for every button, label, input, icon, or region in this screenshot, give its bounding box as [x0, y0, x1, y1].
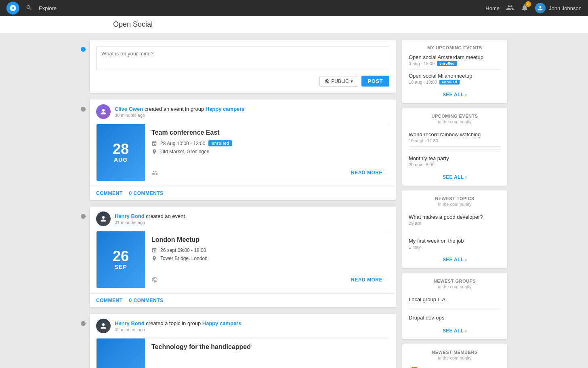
visibility-selector[interactable]: PUBLIC ▾ [319, 76, 358, 87]
read-more-link-1[interactable]: READ MORE [351, 170, 382, 176]
group-2-name[interactable]: Drupal dev-ops [409, 315, 501, 321]
feed-action-line-1: Clive Owen created an event in group Hap… [115, 106, 389, 112]
event-location-2: Tower Bridge, London [151, 256, 382, 261]
topic-2-meta: 1 may [409, 245, 501, 250]
feed-action-line-2: Henry Bond created an event [115, 213, 389, 219]
feed-card-header-1: Clive Owen created an event in group Hap… [90, 99, 396, 124]
feed-action-line-3: Henry Bond created a topic in group Happ… [115, 320, 389, 326]
event-image-2: 26 SEP [97, 231, 145, 288]
community-event-1-name[interactable]: World record rainbow watching [409, 131, 501, 137]
my-event-1-name[interactable]: Open social Amsterdam meetup [409, 54, 501, 60]
feed-column: PUBLIC ▾ POST [81, 40, 396, 368]
post-box: PUBLIC ▾ POST [90, 40, 396, 93]
author-avatar-1[interactable] [96, 104, 111, 119]
event-date-range-1: 28 Aug 10:00 - 12:00 enrolled [151, 140, 382, 146]
author-link-2[interactable]: Henry Bond [115, 213, 145, 219]
sidebar-newest-members: NEWEST MEMBERS in the community JJ Jimmy… [402, 344, 507, 368]
newest-members-subtitle: in the community [409, 355, 501, 360]
member-1: JJ Jimmy Jameson [409, 364, 501, 368]
newest-groups-subtitle: in the community [409, 284, 501, 289]
event-block-3: Technology for the handicapped [96, 338, 389, 368]
feed-card-header-2: Henry Bond created an event 31 minutes a… [90, 207, 396, 231]
sidebar-column: MY UPCOMING EVENTS Open social Amsterdam… [402, 40, 507, 368]
enrolled-badge-1: enrolled [208, 140, 232, 146]
upcoming-events-subtitle: in the community [409, 119, 501, 124]
dropdown-chevron: ▾ [351, 78, 353, 84]
group-link-1[interactable]: Happy campers [206, 106, 245, 112]
topic-1: What makes a good developer? 29 apr [409, 211, 501, 229]
my-event-2-badge: enrolled [439, 80, 459, 85]
user-menu[interactable]: John Johnson [535, 3, 582, 13]
feed-card-header-3: Henry Bond created a topic in group Happ… [90, 314, 396, 338]
community-event-2-meta: 29 nov · 8:00 [409, 162, 501, 167]
newest-topics-subtitle: in the community [409, 202, 501, 207]
user-avatar [535, 3, 546, 13]
read-more-link-2[interactable]: READ MORE [351, 277, 382, 283]
feed-card-meta-3: Henry Bond created a topic in group Happ… [115, 320, 389, 332]
sidebar-my-upcoming-events: MY UPCOMING EVENTS Open social Amsterdam… [402, 40, 507, 103]
timeline-dot-post [81, 47, 86, 52]
feed-time-1: 30 minutes ago [115, 113, 389, 118]
topic-1-name[interactable]: What makes a good developer? [409, 214, 501, 220]
newest-topics-title: NEWEST TOPICS [409, 196, 501, 201]
my-upcoming-see-all[interactable]: SEE ALL › [409, 92, 501, 97]
event-title-2[interactable]: London Meetup [151, 236, 382, 243]
user-name: John Johnson [549, 5, 582, 11]
comment-link-1[interactable]: COMMENT [96, 190, 123, 196]
author-link-3[interactable]: Henry Bond [115, 320, 145, 326]
newest-members-title: NEWEST MEMBERS [409, 350, 501, 355]
event-details-2: London Meetup 26 sept 09:00 - 18:00 Towe… [145, 231, 389, 288]
author-avatar-2[interactable] [96, 211, 111, 226]
upcoming-events-title: UPCOMING EVENTS [409, 114, 501, 118]
upcoming-events-see-all[interactable]: SEE ALL › [409, 174, 501, 180]
event-image-3 [97, 338, 145, 368]
my-event-2: Open social Milano meetup 10 aug · 10:00… [409, 70, 501, 88]
event-block-2: 26 SEP London Meetup 26 sept 09:00 - 18:… [96, 231, 389, 288]
community-event-2-name[interactable]: Monthly tea party [409, 155, 501, 161]
topic-1-meta: 29 apr [409, 221, 501, 226]
community-event-1-meta: 10 sept · 12:30 [409, 138, 501, 143]
feed-card-3: Henry Bond created a topic in group Happ… [90, 314, 396, 368]
group-1-name[interactable]: Local group L.A. [409, 296, 501, 302]
event-date-1: 28 AUG [113, 142, 129, 163]
topnav-right: Home 3 John Johnson [485, 3, 582, 13]
notifications-icon[interactable]: 3 [521, 4, 529, 13]
event-title-3[interactable]: Technology for the handicapped [151, 343, 382, 351]
notification-badge: 3 [525, 1, 531, 7]
search-icon[interactable] [26, 4, 32, 12]
my-event-1-meta: 3 aug · 18:00 enrolled [409, 61, 501, 66]
comment-link-2[interactable]: COMMENT [96, 298, 123, 303]
topic-2-name[interactable]: My first week on the job [409, 238, 501, 244]
author-avatar-3[interactable] [96, 319, 111, 333]
event-read-more-2: READ MORE [151, 277, 382, 283]
users-icon[interactable] [506, 4, 514, 13]
group-link-3[interactable]: Happy campers [202, 320, 242, 326]
home-link[interactable]: Home [485, 5, 500, 11]
event-location-1: Old Market, Groningen [151, 149, 382, 154]
app-logo[interactable] [6, 2, 19, 15]
visibility-label: PUBLIC [331, 78, 349, 84]
author-link-1[interactable]: Clive Owen [115, 106, 143, 112]
newest-groups-see-all[interactable]: SEE ALL › [409, 328, 501, 334]
my-event-2-name[interactable]: Open social Milano meetup [409, 73, 501, 79]
logo-icon [9, 4, 17, 12]
feed-card-footer-1: COMMENT 0 COMMENTS [90, 186, 396, 200]
explore-link[interactable]: Explore [39, 5, 57, 11]
page-title: Open Social [0, 16, 588, 33]
event-title-1[interactable]: Team conference East [151, 129, 382, 136]
community-event-1: World record rainbow watching 10 sept · … [409, 128, 501, 147]
timeline-dot-2 [81, 214, 86, 219]
sidebar-newest-topics: NEWEST TOPICS in the community What make… [402, 190, 507, 268]
event-details-1: Team conference East 28 Aug 10:00 - 12:0… [145, 124, 389, 181]
post-input[interactable] [96, 46, 389, 70]
feed-card-meta-1: Clive Owen created an event in group Hap… [115, 106, 389, 118]
comments-count-2[interactable]: 0 COMMENTS [129, 298, 164, 303]
feed-item-1: Clive Owen created an event in group Hap… [81, 99, 396, 200]
topic-2: My first week on the job 1 may [409, 235, 501, 253]
newest-topics-see-all[interactable]: SEE ALL › [409, 257, 501, 262]
feed-time-2: 31 minutes ago [115, 220, 389, 225]
community-event-2: Monthly tea party 29 nov · 8:00 [409, 152, 501, 170]
post-button[interactable]: POST [361, 76, 389, 87]
feed-card-meta-2: Henry Bond created an event 31 minutes a… [115, 213, 389, 225]
comments-count-1[interactable]: 0 COMMENTS [129, 190, 164, 196]
